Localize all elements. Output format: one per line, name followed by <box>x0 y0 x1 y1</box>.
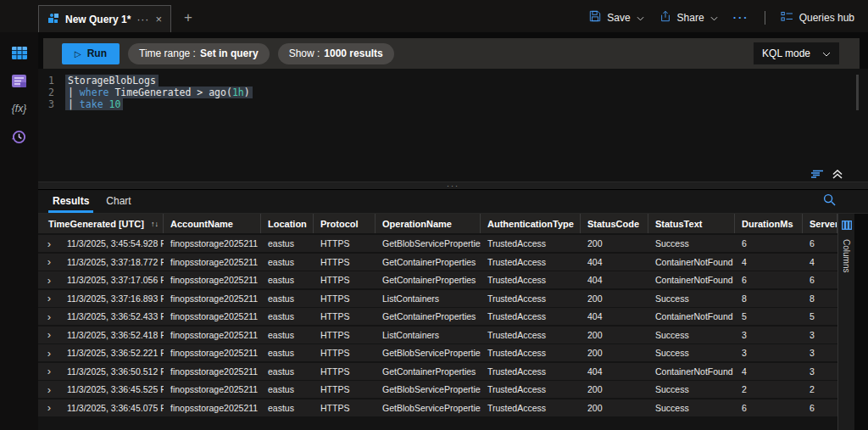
tab-close-icon[interactable]: × <box>155 13 162 25</box>
table-row[interactable]: ›11/3/2025, 3:45:54.928 PMfinopsstorage2… <box>38 235 837 252</box>
column-header-serverlat[interactable]: ServerLat <box>803 214 837 233</box>
table-row[interactable]: ›11/3/2025, 3:36:52.418 PMfinopsstorage2… <box>38 327 837 343</box>
column-header-statuscode[interactable]: StatusCode <box>581 214 648 233</box>
table-cell: 3 <box>803 363 837 380</box>
query-editor[interactable]: 1StorageBlobLogs2| where TimeGenerated >… <box>38 69 868 181</box>
table-cell: GetBlobServiceProperties <box>376 235 481 252</box>
save-button[interactable]: Save <box>589 10 643 25</box>
search-icon[interactable] <box>823 193 836 209</box>
table-cell: finopsstorage2025211 <box>164 235 261 252</box>
table-cell: ListContainers <box>376 327 481 343</box>
columns-side-panel[interactable]: Columns <box>837 214 854 430</box>
code-line[interactable]: 3| take 10 <box>38 98 868 110</box>
table-cell: 4 <box>803 254 837 271</box>
functions-icon[interactable]: {fx} <box>9 100 30 117</box>
table-cell: 404 <box>581 363 648 380</box>
row-expander-icon[interactable]: › <box>38 271 60 288</box>
row-expander-icon[interactable]: › <box>38 254 60 271</box>
table-cell: 4 <box>735 254 803 271</box>
table-cell: GetBlobServiceProperties <box>376 344 481 361</box>
table-row[interactable]: ›11/3/2025, 3:36:50.512 PMfinopsstorage2… <box>38 363 837 380</box>
more-actions-button[interactable]: ··· <box>733 11 749 24</box>
table-cell: 200 <box>581 235 648 252</box>
column-header-authenticationtype[interactable]: AuthenticationType <box>481 214 581 233</box>
editor-scrollbar[interactable] <box>856 75 859 110</box>
table-row[interactable]: ›11/3/2025, 3:36:45.525 PMfinopsstorage2… <box>38 381 837 398</box>
table-cell: 11/3/2025, 3:36:45.525 PM <box>60 381 164 398</box>
row-expander-icon[interactable]: › <box>38 381 60 398</box>
column-header-location[interactable]: Location <box>261 214 314 233</box>
log-analytics-icon <box>47 12 59 26</box>
code-line[interactable]: 2| where TimeGenerated > ago(1h) <box>38 87 868 98</box>
sample-queries-icon[interactable] <box>9 72 30 89</box>
table-cell: 200 <box>581 327 648 343</box>
time-range-value: Set in query <box>200 47 259 59</box>
code-text: StorageBlobLogs <box>65 75 159 87</box>
table-cell: 404 <box>581 271 648 288</box>
table-cell: 11/3/2025, 3:37:17.056 PM <box>60 271 164 288</box>
save-icon <box>589 10 601 25</box>
column-header-accountname[interactable]: AccountName <box>164 214 261 233</box>
table-cell: 200 <box>581 399 648 416</box>
row-expander-icon[interactable]: › <box>38 399 60 416</box>
tab-results[interactable]: Results <box>48 195 93 213</box>
column-header-operationname[interactable]: OperationName <box>376 214 481 233</box>
table-cell: HTTPS <box>314 308 376 325</box>
column-header-durationms[interactable]: DurationMs <box>735 214 803 233</box>
tab-chart[interactable]: Chart <box>102 195 135 213</box>
row-expander-icon[interactable]: › <box>38 344 60 361</box>
table-cell: 6 <box>735 399 803 416</box>
row-expander-icon[interactable]: › <box>38 327 60 343</box>
table-row[interactable]: ›11/3/2025, 3:37:17.056 PMfinopsstorage2… <box>38 271 837 288</box>
table-cell: HTTPS <box>314 290 376 307</box>
table-row[interactable]: ›11/3/2025, 3:36:52.221 PMfinopsstorage2… <box>38 344 837 361</box>
table-cell: ContainerNotFound <box>648 254 735 271</box>
share-button[interactable]: Share <box>659 10 718 25</box>
sort-icon[interactable]: ↑↓ <box>151 220 159 228</box>
table-cell: 11/3/2025, 3:45:54.928 PM <box>60 235 164 252</box>
code-lines: 1StorageBlobLogs2| where TimeGenerated >… <box>38 75 868 110</box>
tables-icon[interactable] <box>9 44 30 61</box>
table-cell: 3 <box>735 327 803 343</box>
table-cell: Success <box>648 344 735 361</box>
new-tab-button[interactable]: + <box>184 9 192 26</box>
row-expander-icon[interactable]: › <box>38 290 60 307</box>
table-cell: GetBlobServiceProperties <box>376 399 481 416</box>
column-header-protocol[interactable]: Protocol <box>314 214 376 233</box>
table-cell: TrustedAccess <box>481 381 581 398</box>
table-cell: 200 <box>581 290 648 307</box>
table-cell: finopsstorage2025211 <box>164 271 261 288</box>
query-history-icon[interactable] <box>9 128 30 145</box>
row-expander-icon[interactable]: › <box>38 308 60 325</box>
format-lines-icon[interactable] <box>810 170 823 179</box>
table-cell: TrustedAccess <box>481 344 581 361</box>
table-cell: finopsstorage2025211 <box>164 344 261 361</box>
share-label: Share <box>677 12 704 24</box>
run-button[interactable]: ▷ Run <box>62 43 120 64</box>
collapse-double-chevron-up-icon[interactable] <box>832 170 843 179</box>
column-header-statustext[interactable]: StatusText <box>648 214 735 233</box>
splitter-handle[interactable]: ··· <box>38 181 868 190</box>
time-range-picker[interactable]: Time range : Set in query <box>128 43 270 64</box>
table-cell: HTTPS <box>314 344 376 361</box>
table-cell: 5 <box>803 308 837 325</box>
column-header-timegeneratedutc[interactable]: TimeGenerated [UTC]↑↓ <box>38 214 164 233</box>
table-row[interactable]: ›11/3/2025, 3:37:18.772 PMfinopsstorage2… <box>38 254 837 271</box>
table-cell: GetContainerProperties <box>376 254 481 271</box>
top-actions: Save Share ··· Queries hub <box>589 10 868 32</box>
row-expander-icon[interactable]: › <box>38 363 60 380</box>
table-row[interactable]: ›11/3/2025, 3:36:45.075 PMfinopsstorage2… <box>38 399 837 416</box>
table-cell: 8 <box>735 290 803 307</box>
kql-mode-dropdown[interactable]: KQL mode <box>754 42 839 64</box>
table-cell: 404 <box>581 308 648 325</box>
row-expander-icon[interactable]: › <box>38 235 60 252</box>
code-line[interactable]: 1StorageBlobLogs <box>38 75 868 87</box>
table-row[interactable]: ›11/3/2025, 3:37:16.893 PMfinopsstorage2… <box>38 290 837 307</box>
table-row[interactable]: ›11/3/2025, 3:36:52.433 PMfinopsstorage2… <box>38 308 837 325</box>
tab-menu-button[interactable]: ··· <box>136 14 149 25</box>
query-tab[interactable]: New Query 1* ··· × <box>38 5 171 32</box>
queries-hub-button[interactable]: Queries hub <box>781 11 854 25</box>
show-results-limit[interactable]: Show : 1000 results <box>278 43 394 64</box>
table-cell: 5 <box>735 308 803 325</box>
app-window: New Query 1* ··· × + Save Share ··· Quer… <box>0 0 868 430</box>
